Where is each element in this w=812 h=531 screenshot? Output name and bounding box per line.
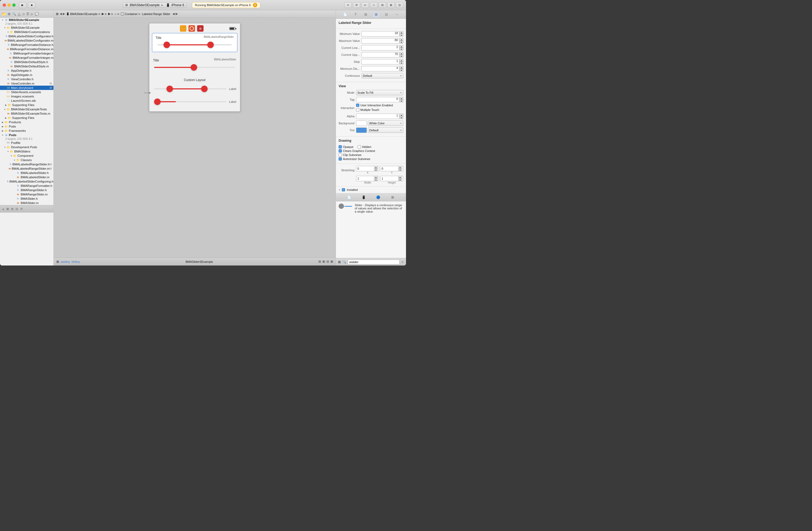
sidebar-item-file2[interactable]: m BMALabeledSliderConfigurator.m — [0, 39, 54, 43]
step-input[interactable]: 1 — [361, 59, 399, 64]
add-file-button[interactable]: + — [2, 207, 4, 211]
thumb-low[interactable] — [163, 42, 170, 48]
background-swatch[interactable] — [356, 120, 367, 126]
breadcrumb-item-circle[interactable]: ○ — [115, 12, 117, 16]
bottom-icon4[interactable]: ⊞ — [331, 260, 333, 263]
bottom-icon1[interactable]: ⊟ — [318, 260, 321, 263]
layout-multi-button[interactable]: ⊞ — [387, 2, 395, 8]
filter-button[interactable]: ⊞ — [6, 207, 9, 211]
nav-forward[interactable]: ▶ — [63, 12, 65, 16]
minimize-button[interactable] — [8, 3, 11, 7]
sx-up[interactable]: ▲ — [374, 166, 378, 168]
inspector-attributes-icon[interactable]: ⊞ — [373, 12, 379, 17]
stretch-x-input[interactable]: 0 ▲ ▼ — [356, 166, 379, 171]
stretch-w-input[interactable]: 1 ▲ ▼ — [356, 176, 379, 181]
sidebar-item-file8[interactable]: m BMASliderDefaultStyle.m — [0, 64, 54, 69]
curr-upper-input[interactable]: 70 — [361, 52, 399, 57]
layout-icon-button[interactable]: ⟳ — [353, 2, 360, 8]
tint-dropdown[interactable]: Default ▼ — [368, 128, 403, 133]
close-button[interactable] — [3, 3, 6, 7]
sidebar-item-range-formatter-h[interactable]: h BMARangeFormatter.h — [0, 183, 54, 188]
object-search-input[interactable] — [348, 260, 400, 264]
sidebar-item-dev-pods[interactable]: ▾ 📁 Development Pods — [0, 145, 54, 149]
layout-split-button[interactable]: ⊟ — [379, 2, 386, 8]
sidebar-item-file7[interactable]: h BMASliderDefaultStyle.h — [0, 60, 54, 64]
min-step-down[interactable]: ▼ — [400, 34, 403, 36]
clip-checkbox[interactable] — [338, 153, 342, 157]
mode-dropdown[interactable]: Scale To Fill ▼ — [356, 90, 403, 95]
tag-down[interactable]: ▼ — [400, 100, 403, 102]
inspector-size-icon[interactable]: ⊡ — [383, 12, 390, 17]
step-down[interactable]: ▼ — [400, 62, 403, 64]
inspector-connections-icon[interactable]: → — [394, 12, 400, 17]
sy-down[interactable]: ▼ — [398, 168, 402, 171]
sidebar-item-appdelegate-m[interactable]: m AppDelegate.m — [0, 73, 54, 77]
inspector-bottom-icon3[interactable]: 🔵 — [375, 194, 381, 200]
play-button[interactable]: ▶ — [19, 2, 26, 8]
sidebar-item-viewcontroller-h[interactable]: h ViewController.h — [0, 77, 54, 82]
sidebar-item-supporting1[interactable]: ▶ 📁 Supporting Files — [0, 103, 54, 107]
breadcrumb-item-3[interactable]: ▶ — [108, 12, 110, 16]
sw-up[interactable]: ▲ — [374, 176, 378, 178]
thumb-high[interactable] — [207, 42, 214, 48]
sidebar-item-bmasliders[interactable]: ▾ 📁 BMASliders — [0, 149, 54, 153]
sidebar-item-products[interactable]: ▶ 📁 Products — [0, 120, 54, 124]
tag-input[interactable]: 0 — [356, 97, 399, 102]
sidebar-item-project-bma[interactable]: ▾ ⚙ BMASliderSExample — [0, 18, 54, 22]
layout-extra-button[interactable]: ⊡ — [396, 2, 403, 8]
bottom-icon2[interactable]: ⊞ — [322, 260, 325, 263]
sidebar-item-storyboard[interactable]: SB Main.storyboard M — [0, 86, 54, 90]
scheme-selector[interactable]: ⚙ BMASliderSExample ▶ 📱 iPhone 6 — [123, 2, 187, 8]
step-up[interactable]: ▲ — [400, 59, 403, 62]
debug-button[interactable]: ↺ — [20, 207, 23, 211]
user-interaction-checkbox[interactable]: ✓ — [356, 104, 359, 107]
sidebar-item-pods-link[interactable]: ▶ 📁 Pods — [0, 124, 54, 129]
sh-up[interactable]: ▲ — [398, 176, 402, 178]
background-dropdown[interactable]: White Color ▼ — [368, 120, 403, 126]
plus-icon[interactable]: + — [338, 188, 340, 191]
nav-back[interactable]: ◀ — [60, 12, 62, 16]
hidden-checkbox[interactable] — [358, 145, 361, 148]
max-value-input[interactable]: 80 — [361, 38, 399, 44]
min-dis-down[interactable]: ▼ — [400, 69, 403, 71]
curr-low-down[interactable]: ▼ — [400, 48, 403, 50]
curr-low-up[interactable]: ▲ — [400, 45, 403, 48]
sy-up[interactable]: ▲ — [398, 166, 402, 168]
sidebar-item-file1[interactable]: h BMALabeledSliderConfigurator.h — [0, 34, 54, 39]
bc-prev[interactable]: ◀ — [172, 12, 175, 16]
continuous-dropdown[interactable]: Default ▼ — [361, 73, 403, 78]
sidebar-item-podfile[interactable]: ▶ PF Podfile — [0, 141, 54, 145]
custom-thumb1[interactable] — [166, 86, 173, 92]
curr-upper-up[interactable]: ▲ — [400, 52, 403, 55]
alpha-input[interactable]: 1 — [356, 114, 399, 119]
sidebar-item-configuring-h[interactable]: h BMALabeledSliderConfiguring.h — [0, 179, 54, 183]
bc-next[interactable]: ▶ — [176, 12, 178, 16]
max-step-down[interactable]: ▼ — [400, 41, 403, 44]
clear-search-button[interactable]: ✕ — [401, 260, 404, 264]
max-step-up[interactable]: ▲ — [400, 38, 403, 41]
sidebar-item-labeled-slider-m[interactable]: m BMALabeledSlider.m — [0, 175, 54, 179]
sidebar-item-appdelegate-h[interactable]: h AppDelegate.h — [0, 69, 54, 73]
installed-checkbox[interactable]: ✓ — [342, 188, 345, 191]
issues-button[interactable]: ⊟ — [11, 207, 13, 211]
layout-back-button[interactable]: ↩ — [361, 2, 369, 8]
maximize-button[interactable] — [12, 3, 16, 7]
sidebar-search-icon[interactable]: 🔍 — [12, 12, 16, 16]
size-h[interactable]: hhAny — [72, 260, 80, 263]
breadcrumb-labeled-range[interactable]: Labeled Range Slider — [142, 12, 170, 16]
breadcrumb-item-1[interactable]: 📱 BMASliderSExample — [66, 12, 98, 16]
layout-single-button[interactable]: □ — [370, 2, 378, 8]
autoresize-checkbox[interactable]: ✓ — [338, 157, 342, 161]
size-w[interactable]: wwAny — [61, 260, 70, 263]
sidebar-item-file4[interactable]: m BMArangeFormatterDistance.m — [0, 47, 54, 51]
min-dis-input[interactable]: 4 — [361, 66, 399, 71]
sidebar-item-supporting2[interactable]: ▶ 📁 Supporting Files — [0, 116, 54, 120]
min-dis-up[interactable]: ▲ — [400, 66, 403, 69]
sidebar-item-file5[interactable]: h BMArangeFormatterInteger.h — [0, 51, 54, 56]
bottom-icon3[interactable]: ⊡ — [327, 260, 329, 263]
inspector-bottom-icon4[interactable]: ⊞ — [389, 194, 396, 200]
sidebar-item-customizations[interactable]: ▾ 📁 BMASliderCustomizations — [0, 30, 54, 34]
sidebar-item-component[interactable]: ▾ 📁 Component — [0, 153, 54, 158]
sidebar-item-bmaslider-m[interactable]: m BMASlider.m — [0, 201, 54, 205]
sidebar-item-tests-file[interactable]: m BMASliderSExampleTests.m — [0, 112, 54, 116]
